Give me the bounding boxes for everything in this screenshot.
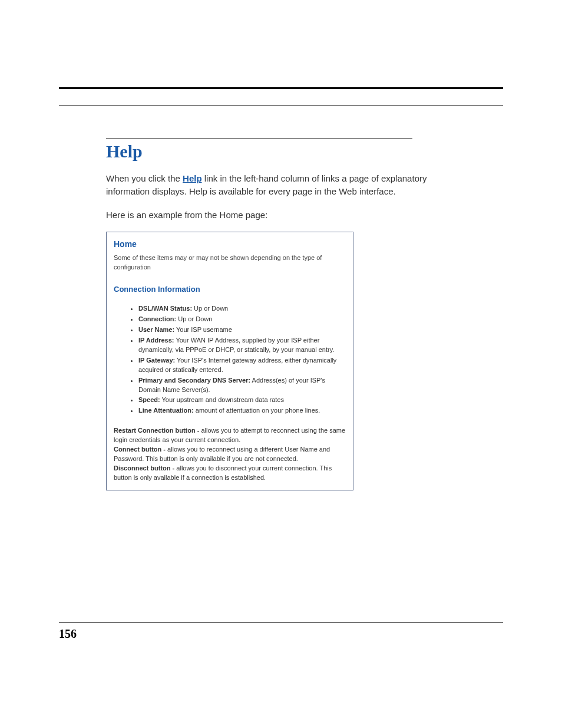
item-label: User Name:: [138, 326, 174, 333]
button-descriptions: Restart Connection button - allows you t…: [114, 426, 346, 483]
item-label: Speed:: [138, 396, 160, 403]
item-desc: Your upstream and downstream data rates: [160, 396, 284, 403]
list-item: DSL/WAN Status: Up or Down: [138, 304, 346, 314]
footer-rule: [59, 622, 503, 623]
header-thick-rule: [59, 87, 503, 89]
list-item: Primary and Secondary DNS Server: Addres…: [138, 376, 346, 395]
section-rule: [106, 139, 412, 139]
help-link[interactable]: Help: [183, 173, 202, 183]
header-thin-rule: [59, 106, 503, 106]
list-item: Connection: Up or Down: [138, 315, 346, 324]
item-label: Primary and Secondary DNS Server:: [138, 377, 250, 384]
content-area: Help When you click the Help link in the…: [106, 139, 436, 490]
item-label: DSL/WAN Status:: [138, 305, 192, 312]
panel-title: Home: [114, 239, 346, 249]
panel-intro: Some of these items may or may not be sh…: [114, 253, 346, 272]
item-label: Line Attentuation:: [138, 407, 194, 414]
button-label: Restart Connection button -: [114, 427, 201, 434]
button-label: Connect button -: [114, 446, 167, 453]
list-item: Speed: Your upstream and downstream data…: [138, 396, 346, 405]
list-item: Line Attentuation: amount of attentuatio…: [138, 406, 346, 416]
intro-text-before: When you click the: [106, 173, 183, 183]
button-label: Disconnect button -: [114, 465, 176, 472]
intro-paragraph: When you click the Help link in the left…: [106, 172, 436, 198]
list-item: IP Gateway: Your ISP's Internet gateway …: [138, 356, 346, 375]
document-page: Help When you click the Help link in the…: [0, 0, 562, 728]
item-label: IP Gateway:: [138, 357, 175, 364]
panel-subsection-title: Connection Information: [114, 285, 346, 294]
item-desc: Your ISP username: [174, 326, 232, 333]
help-panel: Home Some of these items may or may not …: [106, 232, 353, 490]
item-desc: Up or Down: [176, 315, 212, 322]
list-item: User Name: Your ISP username: [138, 325, 346, 335]
item-desc: amount of attentuation on your phone lin…: [194, 407, 320, 414]
connection-info-list: DSL/WAN Status: Up or Down Connection: U…: [114, 304, 346, 416]
item-label: Connection:: [138, 315, 176, 322]
example-lead: Here is an example from the Home page:: [106, 209, 436, 222]
item-desc: Up or Down: [192, 305, 228, 312]
item-label: IP Address:: [138, 337, 174, 344]
section-title: Help: [106, 141, 436, 162]
page-number: 156: [59, 627, 77, 641]
list-item: IP Address: Your WAN IP Address, supplie…: [138, 336, 346, 355]
